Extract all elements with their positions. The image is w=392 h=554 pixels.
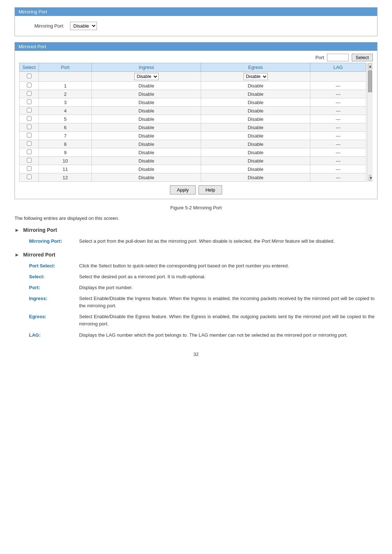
row-checkbox-5[interactable] <box>27 116 32 121</box>
def-term: Ingress: <box>15 293 76 311</box>
row-lag-8: --- <box>310 140 366 148</box>
col-header-select: Select <box>20 63 39 72</box>
row-checkbox-6[interactable] <box>27 124 32 129</box>
row-checkbox-11[interactable] <box>27 166 32 171</box>
row-checkbox-9[interactable] <box>27 149 32 154</box>
row-egress-5: Disable <box>201 115 310 123</box>
header-egress-select: Disable Enable <box>201 72 310 82</box>
row-port-8: 8 <box>39 140 92 148</box>
row-egress-10: Disable <box>201 157 310 165</box>
row-lag-6: --- <box>310 123 366 132</box>
row-ingress-5: Disable <box>92 115 201 123</box>
table-scrollbar[interactable]: ▲ ▼ <box>367 63 373 182</box>
row-checkbox-12[interactable] <box>27 175 32 179</box>
mirroring-port-section: Mirroring Port Mirroring Port: Disable <box>15 7 377 36</box>
row-lag-4: --- <box>310 107 366 115</box>
select-button[interactable]: Select <box>352 54 373 61</box>
def-term: Port Select: <box>15 260 76 271</box>
scroll-thumb[interactable] <box>368 70 372 92</box>
row-port-7: 7 <box>39 132 92 140</box>
port-number-input[interactable] <box>327 54 349 61</box>
col-header-lag: LAG <box>310 63 366 72</box>
row-port-10: 10 <box>39 157 92 165</box>
arrow-icon: ► <box>15 227 20 233</box>
row-egress-3: Disable <box>201 98 310 107</box>
row-checkbox-cell <box>20 90 39 98</box>
row-checkbox-4[interactable] <box>27 108 32 112</box>
row-checkbox-7[interactable] <box>27 133 32 138</box>
scroll-up-arrow[interactable]: ▲ <box>368 63 372 69</box>
def-desc: Displays the LAG number which the port b… <box>76 330 377 341</box>
table-row: 3 Disable Disable --- <box>20 98 366 107</box>
ingress-header-dropdown[interactable]: Disable Enable <box>134 73 159 80</box>
def-row: Select: Select the desired port as a mir… <box>15 271 377 282</box>
row-checkbox-8[interactable] <box>27 141 32 146</box>
row-checkbox-3[interactable] <box>27 99 32 104</box>
def-row: Mirroring Port: Select a port from the p… <box>15 236 377 247</box>
section-heading-title: Mirrored Port <box>23 252 56 258</box>
scroll-down-arrow[interactable]: ▼ <box>369 175 371 181</box>
row-checkbox-cell <box>20 157 39 165</box>
table-row: 5 Disable Disable --- <box>20 115 366 123</box>
apply-button[interactable]: Apply <box>170 185 196 194</box>
mirrored-port-table-wrapper: Select Port Ingress Egress LAG D <box>19 63 373 182</box>
mirroring-port-dropdown[interactable]: Disable <box>70 22 97 30</box>
row-checkbox-cell <box>20 132 39 140</box>
def-desc: Select a port from the pull-down list as… <box>76 236 377 247</box>
def-term: Mirroring Port: <box>15 236 76 247</box>
def-row: Ingress: Select Enable/Disable the Ingre… <box>15 293 377 311</box>
mirroring-port-header: Mirroring Port <box>15 8 377 16</box>
row-egress-4: Disable <box>201 107 310 115</box>
def-row: Egress: Select Enable/Disable the Egress… <box>15 311 377 329</box>
section-heading-title: Mirroring Port <box>23 227 57 233</box>
select-all-checkbox[interactable] <box>27 74 32 78</box>
table-row: 10 Disable Disable --- <box>20 157 366 165</box>
row-egress-7: Disable <box>201 132 310 140</box>
table-row: 6 Disable Disable --- <box>20 123 366 132</box>
description-intro: The following entries are displayed on t… <box>15 215 377 222</box>
row-egress-12: Disable <box>201 173 310 182</box>
row-port-12: 12 <box>39 173 92 182</box>
table-row: 8 Disable Disable --- <box>20 140 366 148</box>
header-lag-empty <box>310 72 366 82</box>
row-checkbox-1[interactable] <box>27 83 32 87</box>
row-ingress-6: Disable <box>92 123 201 132</box>
mirrored-port-section: Mirrored Port Port Select Select Port In… <box>15 42 377 199</box>
port-label-text: Port <box>315 55 324 60</box>
def-row: LAG: Displays the LAG number which the p… <box>15 330 377 341</box>
row-lag-2: --- <box>310 90 366 98</box>
mirrored-port-table: Select Port Ingress Egress LAG D <box>19 63 366 182</box>
row-checkbox-cell <box>20 115 39 123</box>
header-port-empty <box>39 72 92 82</box>
row-checkbox-cell <box>20 165 39 173</box>
row-ingress-10: Disable <box>92 157 201 165</box>
row-lag-10: --- <box>310 157 366 165</box>
arrow-icon: ► <box>15 252 20 258</box>
row-ingress-4: Disable <box>92 107 201 115</box>
row-port-3: 3 <box>39 98 92 107</box>
def-desc: Click the Select button to quick-select … <box>76 260 377 271</box>
row-checkbox-cell <box>20 98 39 107</box>
row-lag-7: --- <box>310 132 366 140</box>
col-header-ingress: Ingress <box>92 63 201 72</box>
row-port-5: 5 <box>39 115 92 123</box>
header-ingress-select: Disable Enable <box>92 72 201 82</box>
row-port-11: 11 <box>39 165 92 173</box>
mirroring-port-label: Mirroring Port: <box>21 23 64 29</box>
table-row: 7 Disable Disable --- <box>20 132 366 140</box>
help-button[interactable]: Help <box>199 185 222 194</box>
def-row: Port Select: Click the Select button to … <box>15 260 377 271</box>
row-ingress-9: Disable <box>92 148 201 157</box>
row-checkbox-10[interactable] <box>27 158 32 163</box>
row-ingress-1: Disable <box>92 82 201 90</box>
col-header-port: Port <box>39 63 92 72</box>
row-lag-11: --- <box>310 165 366 173</box>
row-checkbox-2[interactable] <box>27 91 32 96</box>
mirrored-port-header: Mirrored Port <box>15 42 377 51</box>
table-row: 9 Disable Disable --- <box>20 148 366 157</box>
def-term: LAG: <box>15 330 76 341</box>
row-port-1: 1 <box>39 82 92 90</box>
egress-header-dropdown[interactable]: Disable Enable <box>244 73 268 80</box>
row-ingress-3: Disable <box>92 98 201 107</box>
row-egress-1: Disable <box>201 82 310 90</box>
